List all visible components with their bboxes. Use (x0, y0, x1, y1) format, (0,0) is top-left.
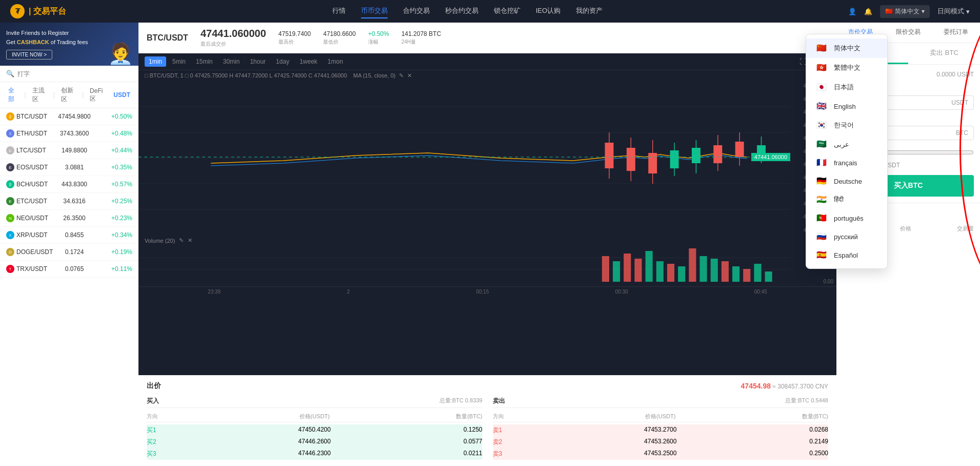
table-row[interactable]: 卖2 47453.2600 0.2149 (493, 436, 829, 448)
lang-label-ja: 日本語 (834, 83, 854, 92)
nav-item-spot[interactable]: 币币交易 (361, 4, 388, 18)
ob-price: 47446.2600 (258, 438, 370, 446)
ltc-icon: Ł (6, 146, 14, 154)
time-btn-5min[interactable]: 5min (168, 56, 190, 67)
time-btn-1mon[interactable]: 1mon (324, 56, 347, 67)
list-item[interactable]: Ł LTC/USDT 149.8800 +0.44% (0, 142, 138, 159)
list-item[interactable]: Ξ ETH/USDT 3743.3600 +0.48% (0, 125, 138, 142)
sell-tab[interactable]: 卖出 BTC (908, 43, 980, 64)
ticker-volume-label: 24H量 (402, 38, 441, 46)
svg-rect-30 (667, 264, 674, 282)
list-item[interactable]: ₿ BCH/USDT 443.8300 +0.57% (0, 176, 138, 193)
table-row[interactable]: 买1 47450.4200 0.1250 (147, 424, 483, 436)
nav-right: 👤 🔔 🇨🇳 简体中文 ▾ 日间模式 ▾ (848, 5, 970, 18)
ob-qty: 0.1250 (370, 426, 482, 435)
lang-option-hi[interactable]: 🇮🇳 हिंदी (806, 190, 887, 209)
volume-close-icon[interactable]: ✕ (188, 237, 192, 244)
search-input[interactable] (17, 70, 132, 77)
table-row[interactable]: 卖1 47453.2700 0.0268 (493, 424, 829, 436)
nav-item-assets[interactable]: 我的资产 (576, 4, 603, 18)
nav-item-market[interactable]: 行情 (332, 4, 346, 18)
nav-item-futures[interactable]: 合约交易 (403, 4, 430, 18)
pair-info: ₿ BCH/USDT (6, 180, 47, 188)
lang-option-ko[interactable]: 🇰🇷 한국어 (806, 115, 887, 135)
pair-name: BTC/USDT (16, 113, 47, 120)
list-item[interactable]: E EOS/USDT 3.0881 +0.35% (0, 159, 138, 176)
table-row[interactable]: 买2 47446.2600 0.0577 (147, 436, 483, 448)
pair-info: Ł LTC/USDT (6, 146, 47, 154)
time-btn-1day[interactable]: 1day (272, 56, 293, 67)
flag-ru: 🇷🇺 (816, 232, 828, 241)
lang-option-de[interactable]: 🇩🇪 Deutsche (806, 172, 887, 190)
time-btn-1min[interactable]: 1min (145, 56, 166, 67)
cashback-text: CASHBACK (17, 39, 49, 45)
xrp-icon: X (6, 231, 14, 239)
ma-info: MA (15, close, 0) (353, 72, 396, 79)
flag-hi: 🇮🇳 (816, 196, 828, 204)
nav-item-mining[interactable]: 锁仓挖矿 (494, 4, 521, 18)
list-item[interactable]: ₿ BTC/USDT 47454.9800 +0.50% (0, 108, 138, 125)
list-item[interactable]: X XRP/USDT 0.8455 +0.34% (0, 227, 138, 244)
lang-option-pt[interactable]: 🇵🇹 português (806, 209, 887, 227)
nav-item-seconds[interactable]: 秒合约交易 (445, 4, 478, 18)
pair-change: +0.23% (102, 215, 132, 222)
list-item[interactable]: N NEO/USDT 26.3500 +0.23% (0, 210, 138, 227)
lang-option-ar[interactable]: 🇸🇦 عربى (806, 135, 887, 153)
time-label-2: 00:15 (476, 289, 489, 295)
lang-option-ja[interactable]: 🇯🇵 日本語 (806, 77, 887, 97)
chart-toolbar: 1min 5min 15min 30min 1hour 1day 1week 1… (138, 53, 836, 70)
volume-svg (138, 246, 790, 282)
market-tab-all[interactable]: 全部 (6, 85, 20, 105)
table-row[interactable]: 卖3 47453.2500 0.2500 (493, 448, 829, 460)
market-tab-defi[interactable]: DeFi区 (88, 86, 107, 104)
theme-toggle[interactable]: 日间模式 ▾ (937, 7, 970, 16)
time-btn-1hour[interactable]: 1hour (246, 56, 270, 67)
pair-change: +0.57% (102, 181, 132, 188)
ob-price: 47453.2700 (605, 426, 716, 435)
invite-banner: Invite Friends to Register Get CASHBACK … (0, 23, 138, 66)
market-usdt-label[interactable]: USDT (111, 90, 132, 100)
ticker-high-label: 最高价 (278, 38, 311, 46)
time-btn-30min[interactable]: 30min (219, 56, 244, 67)
lang-option-es[interactable]: 🇪🇸 Español (806, 246, 887, 264)
invite-button[interactable]: INVITE NOW > (6, 50, 52, 60)
volume-edit-icon[interactable]: ✎ (179, 237, 184, 244)
volume-text: Volume (20) (145, 238, 175, 244)
pair-price: 47454.9800 (47, 113, 102, 120)
ma-edit-icon[interactable]: ✎ (399, 72, 404, 79)
market-tab-new[interactable]: 创新区 (59, 85, 78, 105)
ticker-volume: 141.2078 BTC (402, 30, 441, 37)
pair-change: +0.11% (102, 265, 132, 273)
list-item[interactable]: T TRX/USDT 0.0765 +0.11% (0, 261, 138, 278)
lang-option-zh-tw[interactable]: 🇭🇰 繁體中文 (806, 58, 887, 77)
user-icon[interactable]: 👤 (848, 8, 856, 15)
language-button[interactable]: 🇨🇳 简体中文 ▾ (880, 5, 930, 18)
logo[interactable]: ₮ | 交易平台 (10, 4, 66, 18)
sell-orderbook: 卖出 总量:BTC 0.5448 方向 价格(USDT) 数量(BTC) 卖1 … (493, 395, 829, 460)
list-item[interactable]: Ε ETC/USDT 34.6316 +0.25% (0, 193, 138, 210)
buy-orderbook: 买入 总量:BTC 0.8339 方向 价格(USDT) 数量(BTC) 买1 … (147, 395, 483, 460)
lang-option-zh-cn[interactable]: 🇨🇳 简体中文 (806, 38, 887, 58)
market-tab-main[interactable]: 主流区 (30, 85, 49, 105)
tab-orders[interactable]: 委托订单 (932, 23, 980, 43)
sell-col-dir: 方向 (493, 413, 605, 420)
balance-value: 0.0000 USDT (936, 71, 974, 80)
ma-close-icon[interactable]: ✕ (407, 72, 412, 79)
time-btn-1week[interactable]: 1week (295, 56, 322, 67)
sell-col-price: 价格(USDT) (605, 413, 716, 420)
time-btn-15min[interactable]: 15min (192, 56, 217, 67)
flag-en: 🇬🇧 (816, 102, 828, 110)
lang-label-de: Deutsche (834, 178, 862, 185)
bell-icon[interactable]: 🔔 (864, 8, 872, 15)
time-label-4: 00:45 (754, 289, 767, 295)
lang-option-ru[interactable]: 🇷🇺 русский (806, 227, 887, 246)
invite-line2: Get CASHBACK of Trading fees (6, 38, 88, 47)
nav-item-ieo[interactable]: IEO认购 (536, 4, 561, 18)
lang-option-fr[interactable]: 🇫🇷 français (806, 153, 887, 172)
svg-rect-34 (711, 259, 718, 282)
flag-ja: 🇯🇵 (816, 83, 828, 91)
lang-option-en[interactable]: 🇬🇧 English (806, 97, 887, 115)
list-item[interactable]: D DOGE/USDT 0.1724 +0.19% (0, 244, 138, 261)
tab-limit-trade[interactable]: 限价交易 (884, 23, 932, 43)
table-row[interactable]: 买3 47446.2300 0.0211 (147, 448, 483, 460)
